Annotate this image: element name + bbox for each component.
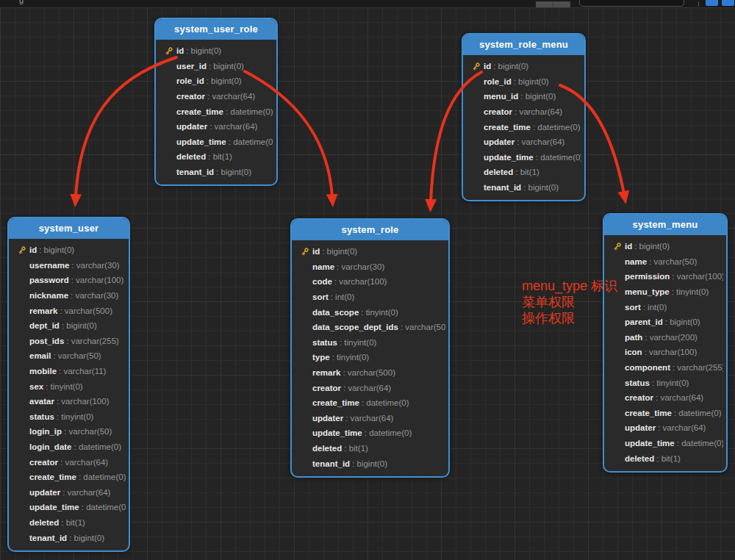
field-row-sort[interactable]: sort: int(0)	[609, 299, 723, 315]
field-row-create_time[interactable]: create_time: datetime(0)	[160, 104, 273, 119]
field-row-avatar[interactable]: avatar: varchar(100)	[13, 394, 126, 409]
field-name: create_time	[484, 123, 531, 132]
field-row-tenant_id[interactable]: tenant_id: bigint(0)	[160, 165, 273, 180]
field-row-name[interactable]: name: varchar(50)	[609, 254, 723, 270]
field-row-updater[interactable]: updater: varchar(64)	[609, 420, 723, 436]
field-row-creator[interactable]: creator: varchar(64)	[160, 89, 273, 104]
field-row-login_date[interactable]: login_date: datetime(0)	[13, 439, 126, 455]
field-type: : bigint(0)	[634, 242, 670, 251]
field-type: : bit(1)	[61, 518, 85, 527]
field-row-sort[interactable]: sort: int(0)	[296, 290, 445, 305]
annotation-line: 菜单权限	[522, 294, 617, 310]
entity-title-system_menu[interactable]: system_menu	[604, 215, 726, 235]
toolbar-secondary-button[interactable]	[722, 0, 734, 6]
field-row-parent_id[interactable]: parent_id: bigint(0)	[609, 315, 723, 330]
field-row-deleted[interactable]: deleted: bit(1)	[609, 450, 723, 466]
field-row-login_ip[interactable]: login_ip: varchar(50)	[13, 424, 126, 439]
entity-title-system_user[interactable]: system_user	[9, 218, 129, 239]
field-row-role_id[interactable]: role_id: bigint(0)	[160, 73, 273, 89]
field-row-status[interactable]: status: tinyint(0)	[13, 409, 126, 425]
toolbar-primary-button[interactable]	[706, 0, 718, 6]
field-row-mobile[interactable]: mobile: varchar(11)	[13, 364, 126, 379]
field-row-user_id[interactable]: user_id: bigint(0)	[160, 59, 273, 74]
entity-system_user[interactable]: system_userid: bigint(0)username: varcha…	[7, 217, 130, 552]
entity-system_user_role[interactable]: system_user_roleid: bigint(0)user_id: bi…	[154, 18, 278, 186]
field-row-menu_type[interactable]: menu_type: tinyint(0)	[609, 284, 723, 300]
field-type: : varchar(64)	[656, 393, 703, 402]
field-row-deleted[interactable]: deleted: bit(1)	[467, 165, 581, 180]
field-row-post_ids[interactable]: post_ids: varchar(255)	[13, 334, 126, 349]
field-row-updater[interactable]: updater: varchar(64)	[296, 411, 445, 426]
field-row-update_time[interactable]: update_time: datetime(0)	[296, 426, 445, 441]
field-row-remark[interactable]: remark: varchar(500)	[296, 365, 445, 381]
field-name: avatar	[29, 397, 54, 406]
field-type: : datetime(0)	[677, 439, 723, 448]
field-row-deleted[interactable]: deleted: bit(1)	[13, 515, 126, 531]
entity-system_role_menu[interactable]: system_role_menuid: bigint(0)role_id: bi…	[462, 33, 586, 201]
field-row-dept_id[interactable]: dept_id: bigint(0)	[13, 318, 126, 334]
field-row-icon[interactable]: icon: varchar(100)	[609, 345, 723, 360]
field-row-code[interactable]: code: varchar(100)	[296, 274, 445, 290]
field-row-component[interactable]: component: varchar(255)	[609, 360, 723, 376]
field-row-update_time[interactable]: update_time: datetime(0)	[467, 150, 581, 165]
field-row-id[interactable]: id: bigint(0)	[467, 59, 581, 74]
field-row-update_time[interactable]: update_time: datetime(0)	[13, 500, 126, 515]
field-row-email[interactable]: email: varchar(50)	[13, 348, 126, 364]
field-row-username[interactable]: username: varchar(30)	[13, 258, 126, 273]
field-row-sex[interactable]: sex: tinyint(0)	[13, 378, 126, 394]
field-row-menu_id[interactable]: menu_id: bigint(0)	[467, 89, 581, 104]
field-row-creator[interactable]: creator: varchar(64)	[467, 104, 581, 120]
field-type: : datetime(0)	[674, 409, 722, 417]
entity-system_role[interactable]: system_roleid: bigint(0)name: varchar(30…	[290, 218, 450, 478]
field-name: username	[29, 261, 69, 270]
field-row-id[interactable]: id: bigint(0)	[13, 243, 126, 258]
field-type: : bit(1)	[344, 444, 368, 453]
toolbar-segment-left[interactable]	[536, 1, 553, 7]
field-row-tenant_id[interactable]: tenant_id: bigint(0)	[467, 180, 581, 195]
field-row-tenant_id[interactable]: tenant_id: bigint(0)	[13, 530, 126, 545]
field-type: : datetime(0)	[226, 107, 273, 116]
field-row-nickname[interactable]: nickname: varchar(30)	[13, 288, 126, 304]
field-row-updater[interactable]: updater: varchar(64)	[467, 134, 581, 150]
field-name: email	[29, 351, 51, 360]
diagram-canvas[interactable]: system_user_roleid: bigint(0)user_id: bi…	[0, 7, 735, 560]
field-row-deleted[interactable]: deleted: bit(1)	[296, 441, 445, 456]
field-row-updater[interactable]: updater: varchar(64)	[160, 119, 273, 134]
field-row-tenant_id[interactable]: tenant_id: bigint(0)	[296, 456, 445, 471]
field-row-status[interactable]: status: tinyint(0)	[609, 375, 723, 390]
field-type: : bigint(0)	[62, 321, 97, 330]
entity-title-system_role_menu[interactable]: system_role_menu	[463, 35, 584, 55]
entity-fields: id: bigint(0)username: varchar(30)passwo…	[9, 239, 129, 550]
field-name: post_ids	[29, 337, 64, 345]
field-row-data_scope_dept_ids[interactable]: data_scope_dept_ids: varchar(500)	[296, 320, 445, 335]
toolbar-button-group[interactable]	[536, 1, 570, 7]
field-row-data_scope[interactable]: data_scope: tinyint(0)	[296, 304, 445, 320]
field-row-status[interactable]: status: tinyint(0)	[296, 335, 445, 351]
field-row-name[interactable]: name: varchar(30)	[296, 259, 445, 275]
field-row-create_time[interactable]: create_time: datetime(0)	[13, 470, 126, 485]
field-row-deleted[interactable]: deleted: bit(1)	[160, 149, 273, 165]
field-row-id[interactable]: id: bigint(0)	[609, 239, 723, 254]
entity-title-system_role[interactable]: system_role	[292, 220, 448, 240]
field-row-create_time[interactable]: create_time: datetime(0)	[609, 406, 723, 421]
field-row-creator[interactable]: creator: varchar(64)	[296, 380, 445, 395]
field-row-create_time[interactable]: create_time: datetime(0)	[467, 119, 581, 134]
field-row-creator[interactable]: creator: varchar(64)	[13, 454, 126, 470]
field-row-create_time[interactable]: create_time: datetime(0)	[296, 395, 445, 411]
field-row-update_time[interactable]: update_time: datetime(0)	[160, 134, 273, 150]
field-row-remark[interactable]: remark: varchar(500)	[13, 303, 126, 318]
field-row-password[interactable]: password: varchar(100)	[13, 273, 126, 288]
field-row-creator[interactable]: creator: varchar(64)	[609, 390, 723, 406]
field-row-id[interactable]: id: bigint(0)	[296, 244, 445, 259]
annotation-text[interactable]: menu_type 标识菜单权限操作权限	[522, 278, 617, 326]
field-name: remark	[312, 368, 340, 377]
field-row-type[interactable]: type: tinyint(0)	[296, 350, 445, 365]
toolbar-search-input[interactable]	[579, 0, 684, 7]
field-row-permission[interactable]: permission: varchar(100)	[609, 269, 723, 284]
toolbar-segment-right[interactable]	[553, 1, 570, 7]
field-row-updater[interactable]: updater: varchar(64)	[13, 485, 126, 500]
field-row-update_time[interactable]: update_time: datetime(0)	[609, 436, 723, 451]
entity-system_menu[interactable]: system_menuid: bigint(0)name: varchar(50…	[603, 213, 728, 473]
field-row-path[interactable]: path: varchar(200)	[609, 330, 723, 345]
entity-title-system_user_role[interactable]: system_user_role	[156, 19, 276, 40]
